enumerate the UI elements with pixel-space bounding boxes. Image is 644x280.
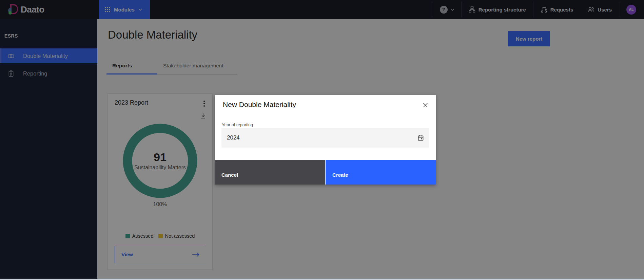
- year-of-reporting-label: Year of reporting: [222, 123, 253, 127]
- new-double-materiality-modal: New Double Materiality Year of reporting…: [215, 95, 436, 185]
- modal-title: New Double Materiality: [223, 101, 296, 109]
- year-input-wrap: [221, 128, 429, 148]
- close-icon[interactable]: [419, 99, 431, 111]
- cancel-button[interactable]: Cancel: [215, 160, 325, 185]
- calendar-icon[interactable]: [412, 134, 429, 142]
- modal-footer: Cancel Create: [215, 160, 436, 185]
- create-button[interactable]: Create: [326, 160, 436, 185]
- year-of-reporting-input[interactable]: [221, 134, 412, 141]
- horizontal-scrollbar-track[interactable]: [0, 279, 644, 280]
